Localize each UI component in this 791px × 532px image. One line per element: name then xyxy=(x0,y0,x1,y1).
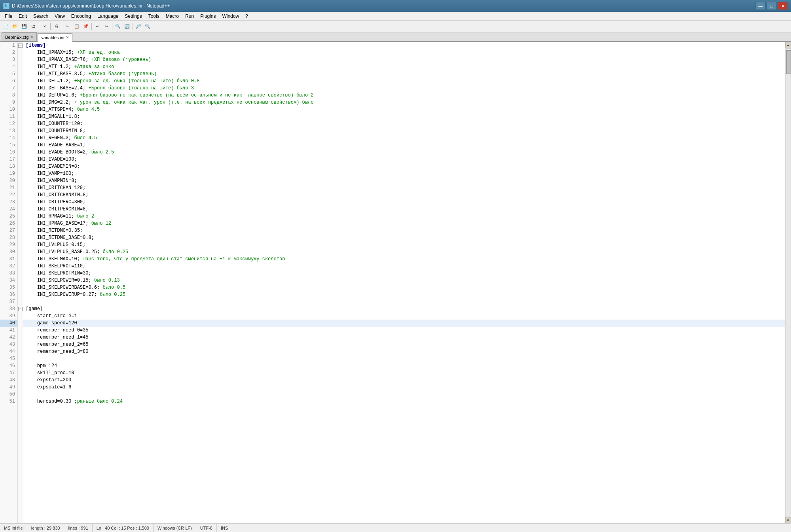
code-line-43[interactable]: remember_need_2=65 xyxy=(23,341,785,348)
code-line-47[interactable]: skill_proc=10 xyxy=(23,369,785,377)
code-line-32[interactable]: INI_SKELPROF=110; xyxy=(23,263,785,270)
menu-settings[interactable]: Settings xyxy=(121,12,145,20)
code-line-6[interactable]: INI_DEF=1.2; +Броня за ед. очка (только … xyxy=(23,78,785,85)
menu-view[interactable]: View xyxy=(51,12,68,20)
code-line-5[interactable]: INI_ATT_BASE=3.5; +Атака базово (*уровен… xyxy=(23,70,785,78)
code-line-28[interactable]: INI_RETDMG_BASE=0.8; xyxy=(23,234,785,241)
toolbar-save[interactable]: 💾 xyxy=(20,22,28,31)
toolbar-saveall[interactable]: 🗂 xyxy=(29,22,38,31)
toolbar-copy[interactable]: 📋 xyxy=(72,22,81,31)
code-line-30[interactable]: INI_LVLPLUS_BASE=0.25; было 0.25 xyxy=(23,248,785,256)
code-line-12[interactable]: INI_COUNTER=120; xyxy=(23,120,785,127)
code-line-11[interactable]: INI_DMGALL=1.8; xyxy=(23,113,785,120)
scroll-down[interactable]: ▼ xyxy=(785,517,791,523)
code-line-15[interactable]: INI_EVADE_BASE=1; xyxy=(23,142,785,149)
code-line-8[interactable]: INI_DEFUP=1.6; +Броня базово но как свой… xyxy=(23,92,785,99)
scroll-track[interactable] xyxy=(785,48,791,517)
toolbar-close[interactable]: ✕ xyxy=(40,22,49,31)
fold-cell-22 xyxy=(18,191,23,199)
tab-variables-close[interactable]: ✕ xyxy=(66,35,69,40)
toolbar-cut[interactable]: ✂ xyxy=(63,22,72,31)
code-line-25[interactable]: INI_HPMAG=11; было 2 xyxy=(23,213,785,220)
menu-tools[interactable]: Tools xyxy=(145,12,163,20)
fold-btn-1[interactable]: − xyxy=(18,44,23,48)
toolbar-print[interactable]: 🖨 xyxy=(52,22,61,31)
toolbar-zoomout[interactable]: 🔍 xyxy=(143,22,152,31)
toolbar-undo[interactable]: ↩ xyxy=(93,22,102,31)
maximize-button[interactable]: □ xyxy=(766,2,777,10)
toolbar-paste[interactable]: 📌 xyxy=(82,22,90,31)
tab-variables[interactable]: variables.ini ✕ xyxy=(38,33,72,42)
code-line-49[interactable]: expscale=1.6 xyxy=(23,384,785,391)
toolbar-new[interactable]: 📄 xyxy=(2,22,10,31)
menu-encoding[interactable]: Encoding xyxy=(68,12,94,20)
code-line-13[interactable]: INI_COUNTERMIN=8; xyxy=(23,127,785,134)
code-line-3[interactable]: INI_HPMAX_BASE=76; +ХП базово (*уровень) xyxy=(23,56,785,63)
code-line-38[interactable]: [game] xyxy=(23,305,785,312)
code-line-14[interactable]: INI_REGEN=3; было 4.5 xyxy=(23,134,785,142)
scrollbar[interactable]: ▲ ▼ xyxy=(785,42,791,523)
menu-language[interactable]: Language xyxy=(94,12,121,20)
code-line-46[interactable]: bpm=124 xyxy=(23,362,785,369)
code-line-31[interactable]: INI_SKELMAX=10; шанс того, что у предмет… xyxy=(23,256,785,263)
code-line-4[interactable]: INI_ATT=1.2; +Атака за очко xyxy=(23,63,785,70)
code-line-37[interactable] xyxy=(23,298,785,305)
code-area[interactable]: [items] INI_HPMAX=15; +ХП за ед. очка IN… xyxy=(23,42,785,523)
code-line-48[interactable]: expstart=200 xyxy=(23,377,785,384)
code-line-21[interactable]: INI_CRITCHAN=120; xyxy=(23,184,785,191)
minimize-button[interactable]: — xyxy=(755,2,766,10)
toolbar-replace[interactable]: 🔄 xyxy=(123,22,131,31)
code-line-35[interactable]: INI_SKELPOWERBASE=0.6; было 0.5 xyxy=(23,284,785,291)
code-line-40[interactable]: game_speed=120 xyxy=(23,320,785,327)
fold-cell-12 xyxy=(18,120,23,127)
code-line-51[interactable]: herospd=0.30 ;раньше было 0.24 xyxy=(23,398,785,405)
code-line-26[interactable]: INI_HPMAG_BASE=17; было 12 xyxy=(23,220,785,227)
toolbar-open[interactable]: 📂 xyxy=(11,22,19,31)
code-line-41[interactable]: remember_need_0=35 xyxy=(23,327,785,334)
menu-run[interactable]: Run xyxy=(182,12,197,20)
code-line-20[interactable]: INI_VAMPMIN=8; xyxy=(23,177,785,184)
code-line-2[interactable]: INI_HPMAX=15; +ХП за ед. очка xyxy=(23,49,785,56)
menu-edit[interactable]: Edit xyxy=(15,12,30,20)
menu-plugins[interactable]: Plugins xyxy=(197,12,219,20)
code-line-44[interactable]: remember_need_3=80 xyxy=(23,348,785,355)
toolbar-redo[interactable]: ↪ xyxy=(102,22,111,31)
code-line-50[interactable] xyxy=(23,391,785,398)
code-line-17[interactable]: INI_EVADE=100; xyxy=(23,156,785,163)
code-line-9[interactable]: INI_DMG=2.2; + урон за ед. очка как маг.… xyxy=(23,99,785,106)
status-cursor: Ln : 40 Col : 15 Pos : 1,500 xyxy=(93,524,154,532)
scroll-thumb[interactable] xyxy=(786,50,791,74)
code-line-10[interactable]: INI_ATTSPD=4; было 4.5 xyxy=(23,106,785,113)
editor-container: 1234567891011121314151617181920212223242… xyxy=(0,42,791,523)
scroll-up[interactable]: ▲ xyxy=(785,42,791,48)
menu-file[interactable]: File xyxy=(2,12,15,20)
code-line-22[interactable]: INI_CRITCHANMIN=8; xyxy=(23,191,785,199)
code-line-16[interactable]: INI_EVADE_BOOTS=2; было 2.5 xyxy=(23,149,785,156)
toolbar-zoomin[interactable]: 🔎 xyxy=(134,22,143,31)
close-button[interactable]: ✕ xyxy=(778,2,788,10)
menu-?[interactable]: ? xyxy=(242,12,251,20)
tab-bepinex-close[interactable]: ✕ xyxy=(30,35,33,39)
menu-search[interactable]: Search xyxy=(30,12,51,20)
code-line-29[interactable]: INI_LVLPLUS=0.15; xyxy=(23,241,785,248)
code-line-7[interactable]: INI_DEF_BASE=2.4; +Броня базово (только … xyxy=(23,85,785,92)
code-line-27[interactable]: INI_RETDMG=0.35; xyxy=(23,227,785,234)
menu-window[interactable]: Window xyxy=(219,12,242,20)
window-controls[interactable]: — □ ✕ xyxy=(755,2,788,10)
code-line-19[interactable]: INI_VAMP=100; xyxy=(23,170,785,177)
code-line-23[interactable]: INI_CRITPERC=300; xyxy=(23,199,785,206)
code-line-1[interactable]: [items] xyxy=(23,42,785,49)
code-line-45[interactable] xyxy=(23,355,785,362)
code-line-24[interactable]: INI_CRITPERCMIN=8; xyxy=(23,206,785,213)
code-line-34[interactable]: INI_SKELPOWER=0.15; было 0.13 xyxy=(23,277,785,284)
code-line-33[interactable]: INI_SKELPROFMIN=30; xyxy=(23,270,785,277)
menu-macro[interactable]: Macro xyxy=(163,12,182,20)
code-line-42[interactable]: remember_need_1=45 xyxy=(23,334,785,341)
tab-bepinex[interactable]: BepInEx.cfg ✕ xyxy=(2,32,37,41)
code-line-39[interactable]: start_circle=1 xyxy=(23,312,785,320)
fold-cell-29 xyxy=(18,241,23,248)
fold-btn-38[interactable]: − xyxy=(18,307,23,311)
code-line-18[interactable]: INI_EVADEMIN=8; xyxy=(23,163,785,170)
code-line-36[interactable]: INI_SKELPOWERUP=0.27; было 0.25 xyxy=(23,291,785,298)
toolbar-find[interactable]: 🔍 xyxy=(114,22,122,31)
